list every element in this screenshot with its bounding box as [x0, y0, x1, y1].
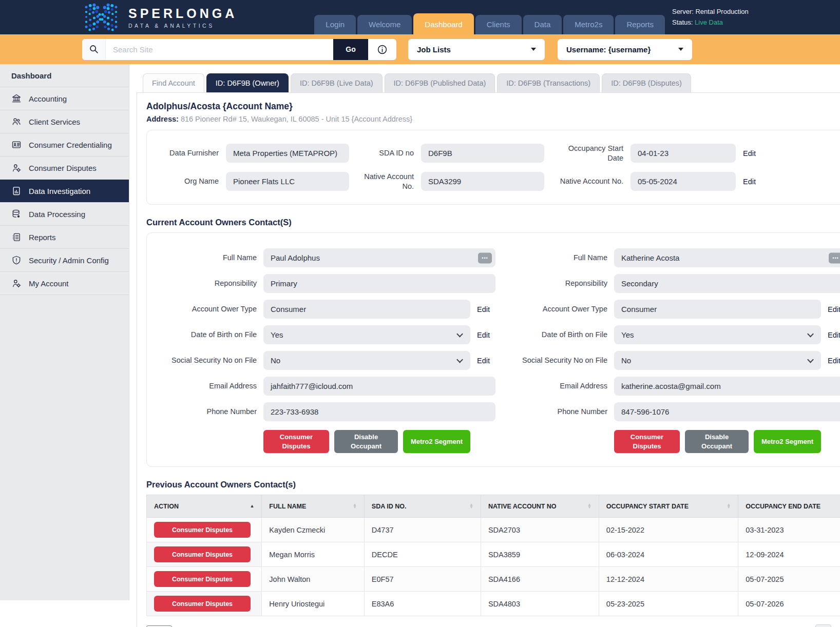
native-account-2-edit-link[interactable]: Edit	[743, 178, 759, 186]
col-action[interactable]: ACTION▲	[147, 495, 262, 518]
tab-owner[interactable]: ID: D6F9B (Owner)	[206, 73, 289, 92]
sort-icons: ▲▼	[466, 504, 473, 509]
disable-occupant-button[interactable]: Disable Occupant	[334, 430, 398, 453]
table-row: Consumer Disputes Megan Morris DECDE SDA…	[147, 542, 840, 567]
ssn-select[interactable]: No	[263, 351, 470, 370]
owner-2: Full Name Katherine Acosta ••• Reponsibi…	[509, 248, 840, 453]
cell-start: 06-03-2024	[599, 542, 738, 567]
sidebar-item-consumer-credentialing[interactable]: Consumer Credentialing	[0, 133, 129, 156]
dob-select[interactable]: Yes	[263, 325, 470, 344]
owner-type-label: Account Ower Type	[509, 304, 607, 314]
status-value: Live Data	[695, 18, 723, 26]
sda-id-label: SDA ID no	[356, 148, 414, 158]
nav-tab-login[interactable]: Login	[314, 15, 356, 34]
cell-sda-id: E83A6	[364, 592, 481, 616]
full-name-field[interactable]: Paul Adolphus •••	[263, 248, 495, 267]
cell-end: 03-31-2023	[738, 518, 840, 542]
full-name-field[interactable]: Katherine Acosta •••	[614, 248, 840, 267]
nav-tab-dashboard[interactable]: Dashboard	[413, 13, 473, 34]
pagination: Showing 1 to 4 of 4 entries « ‹ 1 › »	[690, 624, 840, 627]
sidebar-item-data-investigation[interactable]: Data Investigation	[0, 180, 129, 203]
people-icon	[11, 116, 22, 127]
sort-icons: ▲▼	[584, 504, 591, 509]
tab-transactions[interactable]: ID: D6F9B (Transactions)	[497, 73, 600, 92]
native-account-value[interactable]: SDA3299	[421, 172, 544, 191]
ellipsis-button[interactable]: •••	[478, 252, 492, 263]
phone-field[interactable]: 223-733-6938	[263, 402, 495, 421]
col-sda-id[interactable]: SDA ID NO.▲▼	[364, 495, 481, 518]
cell-native-no: SDA3859	[481, 542, 599, 567]
disable-occupant-button[interactable]: Disable Occupant	[685, 430, 749, 453]
dob-label: Date of Birth on File	[509, 330, 607, 340]
org-name-value[interactable]: Pioneer Flats LLC	[226, 172, 349, 191]
data-furnisher-value[interactable]: Meta Properties (METAPROP)	[226, 144, 349, 163]
col-native-account[interactable]: NATIVE ACCOUNT NO▲▼	[481, 495, 599, 518]
ssn-select[interactable]: No	[614, 351, 821, 370]
nav-tab-welcome[interactable]: Welcome	[357, 15, 412, 34]
phone-field[interactable]: 847-596-1076	[614, 402, 840, 421]
sidebar-item-accounting[interactable]: Accounting	[0, 87, 129, 110]
email-field[interactable]: katherine.acosta@gmail.com	[614, 377, 840, 396]
consumer-disputes-button[interactable]: Consumer Disputes	[154, 571, 251, 587]
consumer-disputes-button[interactable]: Consumer Disputes	[154, 546, 251, 562]
sidebar-item-data-processing[interactable]: Data Processing	[0, 203, 129, 226]
consumer-disputes-button[interactable]: Consumer Disputes	[154, 596, 251, 612]
tab-find-account[interactable]: Find Account	[143, 73, 204, 92]
info-icon[interactable]	[368, 39, 396, 60]
responsibility-field[interactable]: Primary	[263, 274, 495, 293]
tab-published-data[interactable]: ID: D6F9B (Published Data)	[385, 73, 495, 92]
document-lines-icon	[11, 232, 22, 242]
metro2-segment-button[interactable]: Metro2 Segment	[754, 430, 821, 453]
responsibility-field[interactable]: Secondary	[614, 274, 840, 293]
search-input[interactable]	[106, 39, 333, 60]
ssn-edit-link[interactable]: Edit	[828, 357, 840, 365]
sidebar-item-my-account[interactable]: My Account	[0, 272, 129, 295]
owner-1: Full Name Paul Adolphus ••• Reponsibilit…	[158, 248, 495, 453]
owner-type-field[interactable]: Consumer	[263, 300, 470, 319]
current-page-button[interactable]: 1	[815, 624, 831, 627]
col-occupancy-end[interactable]: OCCUPANCY END DATE▲▼	[738, 495, 840, 518]
metro2-segment-button[interactable]: Metro2 Segment	[403, 430, 470, 453]
sda-id-value[interactable]: D6F9B	[421, 144, 544, 163]
tab-disputes[interactable]: ID: D6F9B (Disputes)	[602, 73, 691, 92]
owner-type-edit-link[interactable]: Edit	[477, 305, 495, 314]
sidebar-item-client-services[interactable]: Client Services	[0, 110, 129, 133]
consumer-disputes-button[interactable]: Consumer Disputes	[154, 522, 251, 538]
ssn-label: Social Security No on File	[158, 356, 257, 365]
cell-start: 05-23-2025	[599, 592, 738, 616]
sidebar-item-security-admin-config[interactable]: Security / Admin Config	[0, 249, 129, 272]
occupancy-start-edit-link[interactable]: Edit	[743, 149, 759, 158]
consumer-disputes-button[interactable]: Consumer Disputes	[614, 430, 680, 453]
sidebar-item-consumer-disputes[interactable]: Consumer Disputes	[0, 156, 129, 180]
email-field[interactable]: jahfaith777@icloud.com	[263, 377, 495, 396]
sperlonga-logo-icon	[82, 3, 120, 32]
nav-tab-clients[interactable]: Clients	[475, 15, 522, 34]
account-tabs: Find Account ID: D6F9B (Owner) ID: D6F9B…	[137, 73, 840, 92]
dob-select[interactable]: Yes	[614, 325, 821, 344]
dob-edit-link[interactable]: Edit	[828, 331, 840, 339]
sidebar-item-dashboard[interactable]: Dashboard	[0, 64, 129, 87]
sidebar-item-reports[interactable]: Reports	[0, 226, 129, 249]
phone-label: Phone Number	[509, 407, 607, 417]
ellipsis-button[interactable]: •••	[829, 252, 840, 263]
toolbar: Go Job Lists Username: {username}	[0, 34, 840, 64]
job-lists-dropdown[interactable]: Job Lists	[408, 39, 545, 60]
native-account-2-value[interactable]: 05-05-2024	[631, 172, 736, 191]
occupancy-start-value[interactable]: 04-01-23	[631, 144, 736, 163]
owner-type-field[interactable]: Consumer	[614, 300, 821, 319]
cell-native-no: SDA4166	[481, 567, 599, 592]
nav-tab-metro2s[interactable]: Metro2s	[563, 15, 614, 34]
col-full-name[interactable]: FULL NAME▲▼	[262, 495, 364, 518]
nav-tab-data[interactable]: Data	[523, 15, 562, 34]
dob-edit-link[interactable]: Edit	[477, 331, 495, 339]
col-occupancy-start[interactable]: OCCUPANCY START DATE▲▼	[599, 495, 738, 518]
ssn-edit-link[interactable]: Edit	[477, 357, 495, 365]
go-button[interactable]: Go	[333, 39, 368, 60]
site-search: Go	[82, 39, 396, 60]
consumer-disputes-button[interactable]: Consumer Disputes	[263, 430, 329, 453]
nav-tab-reports[interactable]: Reports	[615, 15, 665, 34]
tab-live-data[interactable]: ID: D6F9B (Live Data)	[291, 73, 383, 92]
person-gear-icon	[11, 163, 22, 173]
username-dropdown[interactable]: Username: {username}	[558, 39, 692, 60]
owner-type-edit-link[interactable]: Edit	[828, 305, 840, 314]
